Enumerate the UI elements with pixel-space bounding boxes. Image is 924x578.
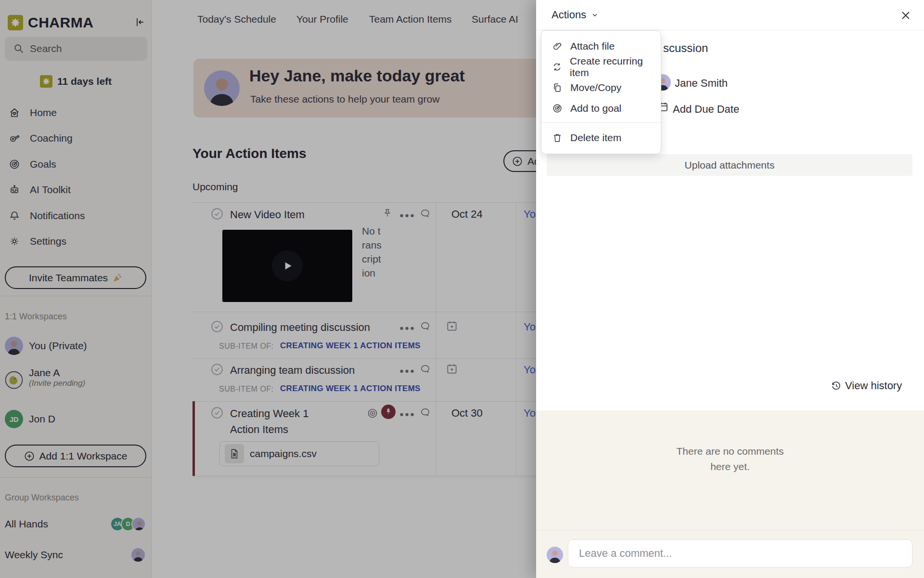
goal-icon (552, 103, 563, 114)
copy-icon (552, 82, 563, 93)
menu-item-label: Attach file (570, 40, 615, 52)
actions-label: Actions (552, 9, 586, 21)
comments-section: There are no comments here yet. (536, 410, 924, 578)
menu-item-delete-item[interactable]: Delete item (541, 127, 661, 149)
charma-app: CHARMA Search 11 days left Home Coaching… (0, 0, 924, 578)
chevron-down-icon (591, 11, 599, 19)
history-icon (831, 381, 841, 391)
comment-input[interactable] (568, 539, 912, 567)
add-due-date-button[interactable]: Add Due Date (673, 103, 739, 116)
close-icon[interactable] (900, 10, 911, 21)
comment-bar-divider (536, 530, 924, 530)
actions-dropdown-menu: Attach file Create recurring item Move/C… (541, 30, 661, 154)
menu-item-attach-file[interactable]: Attach file (541, 36, 661, 56)
menu-item-create-recurring-item[interactable]: Create recurring item (541, 56, 661, 77)
menu-item-label: Move/Copy (570, 82, 621, 93)
empty-comments-line2: here yet. (536, 461, 924, 473)
empty-comments-line1: There are no comments (536, 446, 924, 457)
menu-item-label: Create recurring item (570, 55, 661, 79)
recurring-icon (552, 62, 562, 72)
upload-attachments-label: Upload attachments (685, 159, 775, 171)
menu-item-move-copy[interactable]: Move/Copy (541, 77, 661, 98)
menu-item-add-to-goal[interactable]: Add to goal (541, 98, 661, 118)
trash-icon (552, 132, 563, 143)
menu-item-label: Delete item (570, 132, 621, 144)
actions-menu-button[interactable]: Actions (552, 9, 599, 21)
comment-avatar (547, 547, 563, 563)
paperclip-icon (552, 41, 563, 52)
dim-overlay[interactable] (0, 0, 536, 578)
assignee-name[interactable]: Jane Smith (675, 77, 728, 90)
upload-attachments-button[interactable]: Upload attachments (547, 154, 912, 176)
view-history-button[interactable]: View history (831, 380, 902, 392)
menu-item-label: Add to goal (570, 103, 621, 114)
item-title-fragment: scussion (663, 41, 708, 55)
view-history-label: View history (845, 380, 902, 392)
menu-divider (541, 122, 661, 123)
